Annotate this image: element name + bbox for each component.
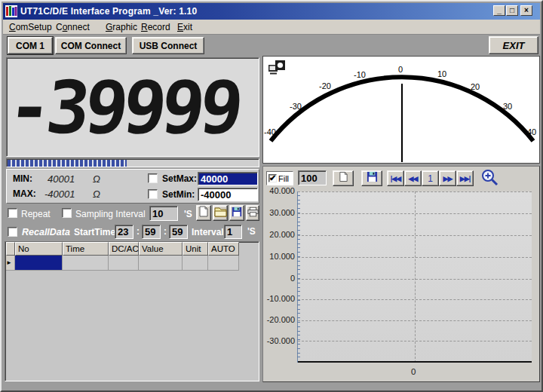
col-header-dcac[interactable]: DC/AC xyxy=(109,242,139,256)
table-cell[interactable] xyxy=(139,256,183,271)
record-table: No Time DC/AC Value Unit AUTO ► xyxy=(5,241,259,381)
setmax-label: SetMax: xyxy=(162,173,197,184)
open-file-button[interactable] xyxy=(213,205,228,221)
gauge-tick: -20 xyxy=(319,81,331,90)
table-cell[interactable] xyxy=(183,256,208,271)
setmin-label: SetMin: xyxy=(162,189,195,200)
start-minutes-input[interactable]: 59 xyxy=(142,225,161,239)
gridline xyxy=(415,191,416,363)
com-port-button[interactable]: COM 1 xyxy=(8,37,53,54)
setmax-checkbox[interactable] xyxy=(148,173,158,183)
lcd-value: -39999 xyxy=(6,64,259,152)
sampling-interval-checkbox[interactable] xyxy=(62,208,72,218)
sampling-unit-label: 'S xyxy=(184,209,192,219)
min-label: MIN: xyxy=(13,173,32,184)
y-tick-label: -10.000 xyxy=(263,294,295,303)
setmin-checkbox[interactable] xyxy=(148,189,158,199)
com-connect-button[interactable]: COM Connect xyxy=(55,37,127,54)
y-tick-label: 40.000 xyxy=(263,186,295,195)
table-cell[interactable] xyxy=(208,256,239,271)
gauge-tick: 40 xyxy=(527,127,536,136)
max-unit: Ω xyxy=(93,188,100,200)
plot-area[interactable] xyxy=(297,191,532,363)
setmin-input[interactable]: -40000 xyxy=(198,188,258,201)
gauge-tick: -30 xyxy=(290,102,302,111)
sampling-interval-input[interactable]: 10 xyxy=(149,206,178,221)
start-seconds-input[interactable]: 59 xyxy=(169,225,188,239)
menu-connect[interactable]: Connect xyxy=(56,22,90,32)
repeat-checkbox[interactable] xyxy=(8,208,17,218)
col-header-no[interactable]: No xyxy=(15,242,63,256)
col-header-auto[interactable]: AUTO xyxy=(208,242,239,256)
fill-checkbox[interactable]: ✔ xyxy=(268,174,277,182)
menu-record[interactable]: Record xyxy=(141,22,170,32)
start-time-label: StartTime xyxy=(74,227,115,237)
fill-label: Fill xyxy=(278,174,289,183)
zoom-in-icon[interactable] xyxy=(480,168,500,191)
save-floppy-icon xyxy=(232,207,242,220)
col-header-unit[interactable]: Unit xyxy=(183,242,208,256)
buffer-size-input[interactable]: 100 xyxy=(298,170,327,185)
max-label: MAX: xyxy=(13,188,36,199)
minimize-button[interactable]: _ xyxy=(493,5,505,16)
menu-exit[interactable]: Exit xyxy=(177,22,192,32)
gauge-tick: 10 xyxy=(437,69,446,78)
save-floppy-icon xyxy=(367,171,378,185)
y-axis-minor-ticks xyxy=(297,191,300,363)
recall-unit-label: 'S xyxy=(247,226,256,237)
print-button[interactable] xyxy=(246,205,259,221)
app-window: UT71C/D/E Interface Program _Ver: 1.10 _… xyxy=(0,0,543,392)
row-selector-header xyxy=(6,242,15,256)
table-cell-selected[interactable] xyxy=(15,256,63,271)
analog-gauge: -40 -30 -20 -10 0 10 20 30 40 xyxy=(262,56,540,164)
new-file-button[interactable] xyxy=(196,205,211,221)
close-button[interactable]: × xyxy=(520,5,532,16)
recall-interval-label: Interval xyxy=(192,227,224,237)
col-header-value[interactable]: Value xyxy=(139,242,183,256)
start-hours-input[interactable]: 23 xyxy=(115,225,133,239)
page-number[interactable]: 1 xyxy=(422,170,439,186)
repeat-label: Repeat xyxy=(21,209,51,219)
page-first-button[interactable]: |◀◀ xyxy=(387,170,404,186)
recall-data-label: RecallData xyxy=(22,227,70,237)
y-tick-label: 30.000 xyxy=(263,208,295,217)
gauge-tick: 0 xyxy=(398,65,403,74)
window-title: UT71C/D/E Interface Program _Ver: 1.10 xyxy=(20,6,197,17)
save-button[interactable] xyxy=(229,205,244,221)
chart-panel: ✔ Fill 100 |◀◀ ◀◀ 1 ▶▶ ▶▶| xyxy=(262,166,540,382)
y-tick-label: -20.000 xyxy=(263,315,295,324)
title-bar[interactable]: UT71C/D/E Interface Program _Ver: 1.10 xyxy=(3,3,540,20)
y-tick-label: 10.000 xyxy=(263,252,295,261)
menu-graphic[interactable]: Graphic xyxy=(106,22,137,32)
open-folder-icon xyxy=(214,207,227,220)
y-tick-label: 20.000 xyxy=(263,230,295,239)
printer-icon xyxy=(247,207,259,220)
fill-option[interactable]: ✔ Fill xyxy=(266,171,293,185)
x-axis-line xyxy=(298,361,532,363)
table-cell[interactable] xyxy=(109,256,139,271)
min-unit: Ω xyxy=(93,173,100,185)
new-document-icon xyxy=(198,206,209,220)
col-header-time[interactable]: Time xyxy=(63,242,109,256)
gauge-tick: -10 xyxy=(354,70,366,79)
recall-interval-input[interactable]: 1 xyxy=(224,225,242,239)
y-tick-label: 0 xyxy=(263,274,295,283)
y-tick-label: -30.000 xyxy=(263,336,295,345)
exit-button[interactable]: EXIT xyxy=(489,36,538,54)
setmax-input[interactable]: 40000 xyxy=(198,172,258,185)
chart-new-button[interactable] xyxy=(333,170,354,186)
chart-save-button[interactable] xyxy=(361,170,382,186)
page-prev-button[interactable]: ◀◀ xyxy=(404,170,422,186)
usb-connect-button[interactable]: USB Connect xyxy=(132,37,204,54)
gauge-tick: 20 xyxy=(471,82,480,91)
table-cell[interactable] xyxy=(63,256,109,271)
menu-comsetup[interactable]: ComSetup xyxy=(9,22,52,32)
page-next-button[interactable]: ▶▶ xyxy=(439,170,456,186)
range-progress-bar xyxy=(6,158,259,167)
page-last-button[interactable]: ▶▶| xyxy=(456,170,474,186)
gauge-tick: -40 xyxy=(264,127,276,136)
recall-data-checkbox[interactable] xyxy=(8,227,17,237)
maximize-button[interactable]: □ xyxy=(506,5,518,16)
range-progress-fill xyxy=(8,160,127,167)
lcd-display: -39999 xyxy=(6,57,259,157)
